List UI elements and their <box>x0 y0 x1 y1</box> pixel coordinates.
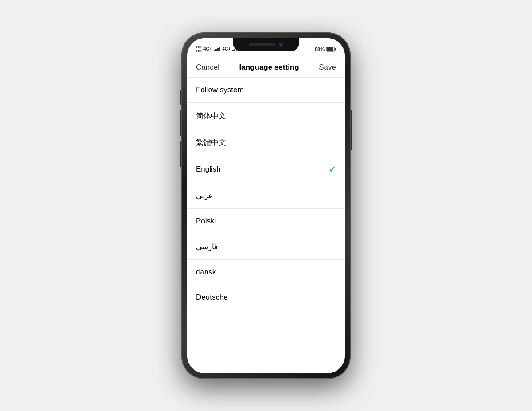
language-list: Follow system简体中文繁體中文English✓عربىPolskiف… <box>187 78 345 373</box>
save-button[interactable]: Save <box>319 63 336 72</box>
language-label: English <box>196 165 221 174</box>
language-item[interactable]: 繁體中文 <box>187 129 345 156</box>
speaker <box>249 43 275 46</box>
signal-bars-1 <box>214 47 220 51</box>
language-label: Polski <box>196 217 216 226</box>
language-item[interactable]: Polski <box>187 209 345 234</box>
language-label: عربى <box>196 191 213 200</box>
signal-4g-2-icon: 4G+ <box>222 47 231 51</box>
language-label: 繁體中文 <box>196 137 226 148</box>
language-label: 简体中文 <box>196 111 226 121</box>
language-item[interactable]: Follow system <box>187 78 345 103</box>
language-label: فارسی <box>196 242 218 251</box>
check-icon: ✓ <box>329 164 336 175</box>
svg-rect-1 <box>335 48 336 50</box>
language-label: dansk <box>196 268 216 277</box>
language-item[interactable]: فارسی <box>187 234 345 260</box>
status-right: 88% <box>315 47 336 52</box>
language-item[interactable]: Deutsche <box>187 285 345 310</box>
status-network-text: HDHD <box>196 45 202 53</box>
language-item[interactable]: English✓ <box>187 156 345 183</box>
language-label: Follow system <box>196 86 244 94</box>
power-button <box>350 110 352 150</box>
language-item[interactable]: dansk <box>187 260 345 285</box>
battery-percent: 88% <box>315 47 325 52</box>
signal-4g-icon: 4G+ <box>203 47 212 51</box>
nav-bar: Cancel language setting Save <box>187 58 345 78</box>
battery-icon <box>326 47 336 52</box>
status-left: HDHD 4G+ 4G+ <box>196 45 239 53</box>
language-item[interactable]: عربى <box>187 183 345 209</box>
page-title: language setting <box>239 63 299 72</box>
front-camera <box>279 43 283 47</box>
language-label: Deutsche <box>196 293 228 302</box>
notch <box>233 38 299 51</box>
phone-device: HDHD 4G+ 4G+ <box>182 33 350 379</box>
svg-rect-2 <box>327 47 333 51</box>
cancel-button[interactable]: Cancel <box>196 63 219 72</box>
language-item[interactable]: 简体中文 <box>187 103 345 129</box>
phone-screen: HDHD 4G+ 4G+ <box>187 38 345 373</box>
